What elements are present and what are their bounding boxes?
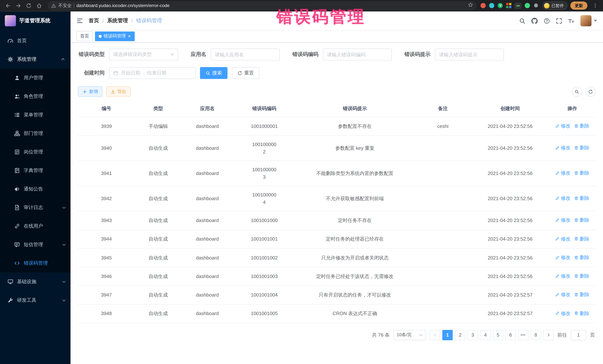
browser-forward-icon[interactable] bbox=[13, 1, 23, 10]
edit-link[interactable]: 修改 bbox=[555, 122, 570, 130]
sidebar-item-post-management[interactable]: 岗位管理 bbox=[0, 143, 70, 161]
edit-link[interactable]: 修改 bbox=[555, 310, 570, 317]
toggle-search-button[interactable] bbox=[572, 87, 582, 97]
sidebar-item-error-code-management[interactable]: 错误码管理 bbox=[0, 254, 70, 272]
error-code-input[interactable] bbox=[323, 49, 392, 60]
edit-link[interactable]: 修改 bbox=[555, 217, 570, 224]
tab-home[interactable]: 首页 bbox=[76, 31, 93, 41]
fullscreen-icon[interactable] bbox=[556, 18, 562, 24]
page-button-8[interactable]: 8 bbox=[531, 330, 541, 340]
font-size-icon[interactable] bbox=[568, 18, 574, 24]
delete-link[interactable]: 删除 bbox=[574, 235, 589, 243]
app-name-input[interactable] bbox=[211, 49, 280, 60]
extension-icon[interactable] bbox=[525, 3, 530, 8]
profile-paused-badge[interactable]: 已暂停 bbox=[543, 1, 567, 10]
page-button-1[interactable]: 1 bbox=[442, 330, 453, 340]
browser-back-icon[interactable] bbox=[3, 1, 13, 10]
edit-link[interactable]: 修改 bbox=[555, 291, 570, 298]
sidebar-item-infrastructure[interactable]: 基础设施 bbox=[0, 272, 70, 291]
prev-page-button[interactable] bbox=[430, 330, 440, 340]
help-icon[interactable] bbox=[544, 18, 550, 24]
cell-hint: 定时任务不存在 bbox=[295, 211, 415, 230]
github-icon[interactable] bbox=[531, 18, 538, 24]
edit-link[interactable]: 修改 bbox=[555, 235, 570, 243]
chevron-down-icon bbox=[62, 243, 66, 246]
sidebar-item-sms-management[interactable]: 短信管理 bbox=[0, 235, 70, 254]
error-hint-input[interactable] bbox=[435, 49, 504, 60]
edit-link[interactable]: 修改 bbox=[555, 144, 570, 151]
reset-button[interactable]: 重置 bbox=[232, 67, 259, 79]
error-type-select[interactable]: 请选择错误码类型 bbox=[109, 49, 178, 60]
extension-palette-icon[interactable] bbox=[506, 3, 511, 8]
sidebar-item-dept-management[interactable]: 部门管理 bbox=[0, 124, 70, 143]
breadcrumb-item[interactable]: 首页 bbox=[89, 17, 99, 24]
sidebar-item-user-management[interactable]: 用户管理 bbox=[0, 69, 70, 87]
cell-remark bbox=[414, 136, 471, 161]
page-size-select[interactable]: 10条/页 bbox=[393, 330, 426, 340]
delete-link[interactable]: 删除 bbox=[574, 254, 589, 261]
delete-link[interactable]: 删除 bbox=[574, 195, 589, 202]
sidebar-item-dev-tools[interactable]: 研发工具 bbox=[0, 291, 70, 309]
breadcrumb-item[interactable]: 系统管理 bbox=[107, 17, 128, 24]
page-button-3[interactable]: 3 bbox=[468, 330, 478, 340]
app-logo[interactable]: 芋道管理系统 bbox=[0, 11, 70, 30]
browser-reload-icon[interactable] bbox=[24, 1, 33, 10]
user-avatar[interactable] bbox=[580, 15, 597, 26]
cell-time: 2021-04-20 23:52:56 bbox=[471, 230, 549, 249]
browser-menu-icon[interactable] bbox=[590, 1, 600, 10]
delete-link[interactable]: 删除 bbox=[574, 310, 589, 317]
delete-link[interactable]: 删除 bbox=[574, 272, 589, 280]
delete-link[interactable]: 删除 bbox=[574, 217, 589, 224]
sidebar-item-notice[interactable]: 通知公告 bbox=[0, 180, 70, 198]
sidebar-item-home[interactable]: 首页 bbox=[0, 32, 70, 50]
delete-link[interactable]: 删除 bbox=[574, 169, 589, 177]
edit-link[interactable]: 修改 bbox=[555, 169, 570, 177]
filter-app-label: 应用名 bbox=[191, 51, 211, 58]
delete-link[interactable]: 删除 bbox=[574, 291, 589, 298]
page-button-6[interactable]: 6 bbox=[505, 330, 516, 340]
delete-link[interactable]: 删除 bbox=[574, 122, 589, 130]
address-bar[interactable]: 不安全 dashboard.yudao.iocoder.cn/system/er… bbox=[47, 1, 477, 10]
page-button-2[interactable]: 2 bbox=[455, 330, 465, 340]
browser-update-button[interactable]: 更新 bbox=[570, 1, 587, 10]
cell-hint: 不允许获取敏感配置到前端 bbox=[295, 186, 415, 211]
search-button[interactable]: 搜索 bbox=[200, 67, 227, 79]
extension-icon[interactable] bbox=[489, 3, 494, 8]
chevron-down-icon bbox=[594, 20, 597, 22]
edit-link[interactable]: 修改 bbox=[555, 254, 570, 261]
page-button-5[interactable]: 5 bbox=[493, 330, 503, 340]
sidebar-item-system-management[interactable]: 系统管理 bbox=[0, 50, 70, 69]
date-range-picker[interactable]: 开始日期 - 结束日期 bbox=[109, 67, 196, 79]
cell-type: 自动生成 bbox=[135, 186, 181, 211]
filter-hint-label: 错误码提示 bbox=[405, 51, 435, 58]
close-icon[interactable]: × bbox=[128, 34, 131, 39]
more-pages-button[interactable]: ••• bbox=[518, 330, 528, 340]
cell-time: 2021-04-20 23:52:56 bbox=[471, 186, 549, 211]
cell-time: 2021-04-20 23:52:57 bbox=[471, 286, 549, 305]
sidebar-item-menu-management[interactable]: 菜单管理 bbox=[0, 106, 70, 124]
next-page-button[interactable] bbox=[543, 330, 554, 340]
extensions-puzzle-icon[interactable] bbox=[533, 3, 539, 8]
edit-link[interactable]: 修改 bbox=[555, 272, 570, 280]
export-button[interactable]: 导出 bbox=[106, 86, 131, 97]
extension-icon[interactable]: V bbox=[498, 3, 503, 8]
sidebar-item-role-management[interactable]: 角色管理 bbox=[0, 87, 70, 106]
refresh-button[interactable] bbox=[586, 87, 596, 97]
tab-error-code[interactable]: 错误码管理× bbox=[95, 31, 135, 41]
extension-icon[interactable] bbox=[481, 3, 486, 8]
bookmark-star-icon[interactable] bbox=[468, 2, 473, 9]
edit-link[interactable]: 修改 bbox=[555, 195, 570, 202]
goto-page-input[interactable] bbox=[571, 330, 586, 340]
extension-on-badge[interactable]: on bbox=[515, 3, 521, 8]
browser-home-icon[interactable] bbox=[34, 1, 44, 10]
sidebar-item-online-users[interactable]: 在线用户 bbox=[0, 217, 70, 235]
cell-id: 3940 bbox=[78, 136, 135, 161]
hamburger-icon[interactable] bbox=[76, 17, 83, 24]
delete-link[interactable]: 删除 bbox=[574, 144, 589, 151]
code-icon bbox=[14, 260, 20, 266]
sidebar-item-audit-log[interactable]: 审计日志 bbox=[0, 198, 70, 217]
page-button-4[interactable]: 4 bbox=[480, 330, 491, 340]
add-button[interactable]: 新增 bbox=[78, 86, 103, 97]
search-icon[interactable] bbox=[519, 18, 525, 24]
sidebar-item-dict-management[interactable]: 字典管理 bbox=[0, 161, 70, 180]
